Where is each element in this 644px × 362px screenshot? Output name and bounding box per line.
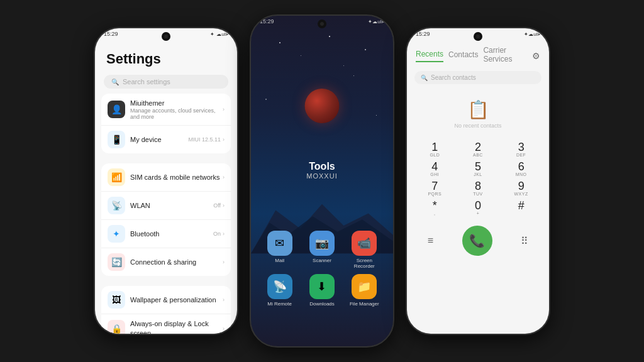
dialpad-actions: ≡ 📞 ⠿ <box>407 226 549 256</box>
mydevice-icon: 📱 <box>108 131 125 148</box>
menu-icon[interactable]: ≡ <box>428 235 433 246</box>
dialpad-row-3: 7 PQRS 8 TUV 9 WXYZ <box>413 180 543 196</box>
lockscreen-label: Always-on display & Lock screen <box>130 319 223 334</box>
settings-item-mydevice[interactable]: 📱 My device MIUI 12.5.11 › <box>101 126 231 153</box>
key-5[interactable]: 5 JKL <box>462 161 494 177</box>
key-8[interactable]: 8 TUV <box>462 180 494 196</box>
settings-icon[interactable]: ⚙ <box>532 51 540 61</box>
settings-item-wallpaper[interactable]: 🖼 Wallpaper & personalization › <box>101 286 231 314</box>
tab-contacts[interactable]: Contacts <box>448 50 478 62</box>
settings-item-connection[interactable]: 🔄 Connection & sharing › <box>101 248 231 276</box>
time-2: 15:29 <box>260 18 274 25</box>
app-mail[interactable]: ✉ Mail <box>261 231 298 269</box>
app-grid: ✉ Mail 📷 Scanner 📹 Screen Recorder 📡 Mi … <box>251 231 393 307</box>
miuithemer-label: Miuithemer <box>130 99 223 107</box>
dialpad-grid-icon[interactable]: ⠿ <box>521 235 528 247</box>
wlan-label: WLAN <box>130 201 213 210</box>
connection-text: Connection & sharing <box>130 258 223 266</box>
bt-icon: ✦ <box>210 31 214 37</box>
search-icon-dialer: 🔍 <box>421 75 428 81</box>
notch-right <box>474 32 482 41</box>
wlan-text: WLAN <box>130 201 213 210</box>
wallpaper-label: Wallpaper & personalization <box>130 295 223 304</box>
miremote-icon: 📡 <box>267 274 292 299</box>
folder-sub: MOXXUI <box>306 172 337 180</box>
key-4[interactable]: 4 GHI <box>418 161 451 177</box>
time-3: 15:29 <box>416 31 430 37</box>
settings-item-lockscreen[interactable]: 🔒 Always-on display & Lock screen › <box>101 314 231 334</box>
bluetooth-text: Bluetooth <box>130 229 213 238</box>
recorder-icon: 📹 <box>352 231 377 256</box>
wallpaper-text: Wallpaper & personalization <box>130 295 223 304</box>
mydevice-right: MIUI 12.5.11 › <box>188 136 225 143</box>
phone-launcher: 15:29 ✦☁ull▪ Tools MOXXUI <box>250 14 394 348</box>
app-downloads[interactable]: ⬇ Downloads <box>303 274 340 307</box>
no-recents-icon: 📋 <box>467 99 489 120</box>
tab-carrier[interactable]: Carrier Services <box>483 46 527 66</box>
key-7[interactable]: 7 PQRS <box>418 180 451 196</box>
miui-badge: MIUI 12.5.11 <box>188 136 221 143</box>
mail-icon: ✉ <box>267 231 292 256</box>
settings-search-bar[interactable]: 🔍 Search settings <box>104 75 228 89</box>
dialer-content: Recents Contacts Carrier Services ⚙ 🔍 Se… <box>407 28 549 256</box>
downloads-label: Downloads <box>309 301 335 307</box>
status-icons-1: ✦ ☁ull▪ <box>210 31 228 37</box>
lockscreen-text: Always-on display & Lock screen <box>130 319 223 334</box>
key-6[interactable]: 6 MNO <box>505 161 538 177</box>
dialpad: 1 GLD 2 ABC 3 DEF 4 GHI <box>407 139 549 222</box>
app-scanner[interactable]: 📷 Scanner <box>303 231 340 269</box>
chevron-icon: › <box>223 202 225 209</box>
key-2[interactable]: 2 ABC <box>462 141 494 157</box>
app-filemanager[interactable]: 📁 File Manager <box>346 274 383 307</box>
dialpad-row-4: * , 0 + # <box>413 200 543 216</box>
dialer-search-bar[interactable]: 🔍 Search contacts <box>414 71 541 84</box>
status-icons-right: ✦☁ull▪ <box>524 31 540 37</box>
scanner-icon: 📷 <box>309 231 335 256</box>
sim-label: SIM cards & mobile networks <box>130 173 223 182</box>
mydevice-text: My device <box>130 135 188 144</box>
mydevice-label: My device <box>130 135 188 144</box>
key-9[interactable]: 9 WXYZ <box>505 180 538 196</box>
settings-item-miuithemer[interactable]: 👤 Miuithemer Manage accounts, cloud serv… <box>101 94 231 126</box>
miuithemer-icon: 👤 <box>108 101 125 118</box>
no-recents-section: 📋 No recent contacts <box>407 89 549 139</box>
app-recorder[interactable]: 📹 Screen Recorder <box>346 231 383 269</box>
settings-item-wlan[interactable]: 📡 WLAN Off › <box>101 192 231 220</box>
settings-group-account: 👤 Miuithemer Manage accounts, cloud serv… <box>101 94 231 153</box>
settings-item-bluetooth[interactable]: ✦ Bluetooth On › <box>101 220 231 248</box>
tab-recents[interactable]: Recents <box>416 50 443 62</box>
filemanager-label: File Manager <box>350 301 379 307</box>
dialpad-row-2: 4 GHI 5 JKL 6 MNO <box>413 161 543 177</box>
wlan-icon: 📡 <box>108 197 125 214</box>
time-1: 15:29 <box>104 31 118 37</box>
key-0[interactable]: 0 + <box>462 200 494 216</box>
chevron-icon: › <box>223 297 225 303</box>
downloads-icon: ⬇ <box>309 274 335 299</box>
bluetooth-status: On <box>213 231 221 237</box>
settings-content: Settings 🔍 Search settings 👤 Miuithemer … <box>95 28 237 334</box>
connection-icon: 🔄 <box>108 253 125 271</box>
miuithemer-text: Miuithemer Manage accounts, cloud servic… <box>130 99 223 120</box>
bluetooth-label: Bluetooth <box>130 229 213 238</box>
settings-item-sim[interactable]: 📶 SIM cards & mobile networks › <box>101 163 231 192</box>
folder-name: Tools <box>306 161 337 172</box>
dialer-screen: Recents Contacts Carrier Services ⚙ 🔍 Se… <box>407 28 549 334</box>
call-button[interactable]: 📞 <box>462 226 492 256</box>
chevron-icon: › <box>223 259 225 265</box>
key-1[interactable]: 1 GLD <box>418 141 451 157</box>
phone-dialer: 15:29 ✦☁ull▪ Recents Contacts Carrier Se… <box>406 27 550 335</box>
sim-icon: 📶 <box>108 168 125 186</box>
chevron-icon: › <box>223 136 225 143</box>
bt-icon-2: ✦☁ull▪ <box>368 19 384 25</box>
planet <box>305 89 340 123</box>
chevron-icon: › <box>223 231 225 237</box>
chevron-icon: › <box>223 326 225 332</box>
search-placeholder: Search settings <box>123 78 170 85</box>
key-hash[interactable]: # <box>505 200 538 216</box>
no-recents-text: No recent contacts <box>454 123 501 129</box>
key-star[interactable]: * , <box>418 200 451 216</box>
app-miremote[interactable]: 📡 Mi Remote <box>261 274 298 307</box>
recorder-label: Screen Recorder <box>346 258 383 269</box>
key-3[interactable]: 3 DEF <box>505 141 538 157</box>
miremote-label: Mi Remote <box>267 301 292 307</box>
